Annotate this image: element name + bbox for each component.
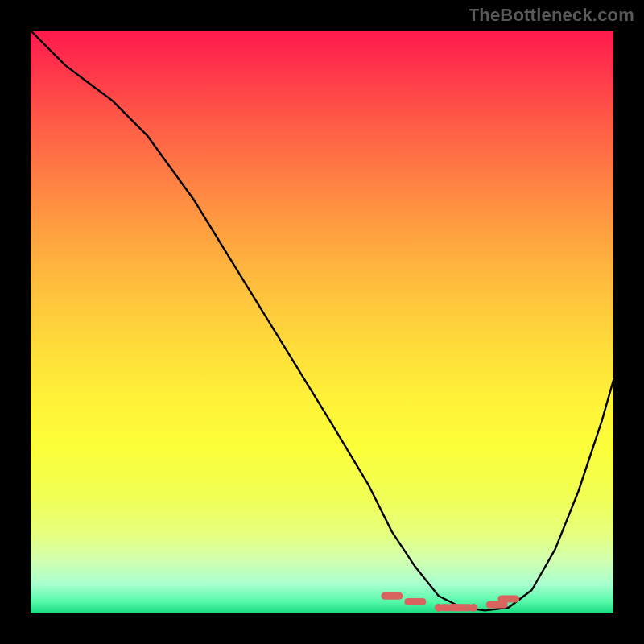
marker-dot — [470, 604, 477, 611]
bottleneck-curve — [31, 31, 613, 610]
plot-area — [31, 31, 613, 613]
chart-overlay — [31, 31, 613, 613]
chart-frame: TheBottleneck.com — [0, 0, 644, 644]
watermark-text: TheBottleneck.com — [469, 5, 634, 26]
